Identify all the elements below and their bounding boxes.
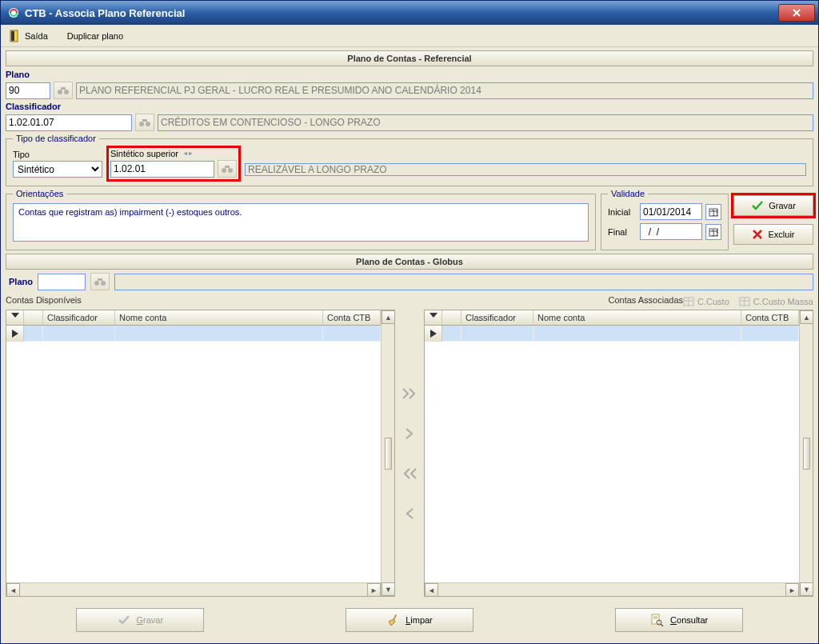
globus-plano-input[interactable] xyxy=(38,274,86,290)
col-nome-conta[interactable]: Nome conta xyxy=(115,310,323,325)
grid-disponiveis-header: Classificador Nome conta Conta CTB xyxy=(6,310,381,326)
svg-point-7 xyxy=(146,122,150,126)
classificador-lookup-button[interactable] xyxy=(135,114,154,131)
vscrollbar[interactable]: ▲ ▼ xyxy=(381,310,394,596)
excluir-button[interactable]: Excluir xyxy=(733,224,813,245)
scroll-up-button[interactable]: ▲ xyxy=(382,310,395,324)
classificador-row: CRÉDITOS EM CONTENCIOSO - LONGO PRAZO xyxy=(6,114,813,131)
tipo-classificador-fieldset: Tipo de classificador Tipo Sintético Sin… xyxy=(6,134,813,186)
check-icon xyxy=(751,200,764,211)
svg-rect-20 xyxy=(98,278,102,281)
grid-associadas-header: Classificador Nome conta Conta CTB xyxy=(425,310,799,326)
classificador-desc: CRÉDITOS EM CONTENCIOSO - LONGO PRAZO xyxy=(158,114,813,131)
col-conta-ctb[interactable]: Conta CTB xyxy=(323,310,381,325)
scroll-left-button[interactable]: ◄ xyxy=(425,583,438,597)
plano-row: PLANO REFERENCIAL PJ GERAL - LUCRO REAL … xyxy=(6,82,813,99)
move-all-left-button[interactable] xyxy=(400,465,419,482)
ccusto-massa-button[interactable]: C.Custo Massa xyxy=(739,297,813,306)
move-left-button[interactable] xyxy=(400,505,419,522)
sintetico-superior-input[interactable] xyxy=(110,161,214,178)
svg-text:15: 15 xyxy=(711,228,718,237)
globus-plano-desc xyxy=(114,274,813,290)
limpar-button[interactable]: Limpar xyxy=(346,608,473,632)
gravar-button[interactable]: Gravar xyxy=(733,195,813,216)
binoculars-icon xyxy=(221,163,234,174)
gravar-bottom-button[interactable]: Gravar xyxy=(76,608,204,632)
consultar-button[interactable]: Consultar xyxy=(615,608,743,632)
menu-saida[interactable]: Saída xyxy=(4,28,53,44)
scrollbar-thumb[interactable] xyxy=(803,438,810,470)
orientacoes-fieldset: Orientações Contas que registram as) imp… xyxy=(6,189,596,250)
move-right-button[interactable] xyxy=(400,425,419,442)
disponiveis-label: Contas Disponíveis xyxy=(6,294,82,306)
svg-rect-28 xyxy=(652,614,659,624)
plano-input[interactable] xyxy=(6,82,50,99)
validade-inicial-input[interactable] xyxy=(640,203,702,220)
table-icon xyxy=(683,297,694,306)
menu-duplicar-label: Duplicar plano xyxy=(67,31,123,41)
associadas-label: Contas Associadas xyxy=(608,294,683,306)
svg-rect-8 xyxy=(142,119,147,122)
move-all-right-button[interactable] xyxy=(400,385,419,402)
sintetico-superior-lookup-button[interactable] xyxy=(218,160,237,178)
globus-plano-lookup-button[interactable] xyxy=(90,273,110,290)
grid-disponiveis-body[interactable] xyxy=(6,326,381,582)
plano-lookup-button[interactable] xyxy=(54,82,73,99)
ccusto-button[interactable]: C.Custo xyxy=(683,297,729,306)
scrollbar-thumb[interactable] xyxy=(385,438,392,470)
svg-point-4 xyxy=(64,90,69,94)
svg-point-18 xyxy=(94,281,99,286)
col-classificador[interactable]: Classificador xyxy=(43,310,115,325)
classificador-input[interactable] xyxy=(6,114,132,131)
binoculars-icon xyxy=(94,276,106,287)
validade-final-input[interactable] xyxy=(640,223,702,240)
col-conta-ctb[interactable]: Conta CTB xyxy=(741,310,799,325)
grid-associadas-body[interactable] xyxy=(425,326,799,582)
calendar-icon: 15 xyxy=(709,227,718,237)
excluir-label: Excluir xyxy=(768,230,794,239)
app-window: CTB - Associa Plano Referencial Saída Du… xyxy=(0,0,819,644)
grid-associadas[interactable]: Classificador Nome conta Conta CTB xyxy=(424,310,813,597)
scroll-down-button[interactable]: ▼ xyxy=(382,582,395,596)
bottom-toolbar: Gravar Limpar Consultar xyxy=(6,600,813,638)
validade-inicial-calendar-button[interactable]: 15 xyxy=(705,204,721,220)
table-row[interactable] xyxy=(6,326,381,342)
double-right-icon xyxy=(402,388,417,399)
globus-plano-row: Plano xyxy=(6,273,813,290)
gravar-bottom-label: Gravar xyxy=(137,615,164,625)
consultar-label: Consultar xyxy=(670,615,708,625)
col-classificador[interactable]: Classificador xyxy=(461,310,533,325)
grid-disponiveis[interactable]: Classificador Nome conta Conta CTB xyxy=(6,310,395,597)
scroll-up-button[interactable]: ▲ xyxy=(800,310,813,324)
menu-duplicar[interactable]: Duplicar plano xyxy=(62,30,128,42)
close-icon xyxy=(791,8,802,18)
x-icon xyxy=(752,229,763,240)
sintetico-superior-desc: REALIZÁVEL A LONGO PRAZO xyxy=(245,163,806,176)
svg-line-32 xyxy=(661,624,663,626)
titlebar: CTB - Associa Plano Referencial xyxy=(1,1,818,25)
grid-disponiveis-panel: Classificador Nome conta Conta CTB xyxy=(6,310,395,597)
sintetico-superior-label: Sintético superior xyxy=(110,149,178,158)
hscrollbar[interactable]: ◄ ► xyxy=(425,582,799,596)
svg-point-19 xyxy=(101,281,106,286)
scroll-right-button[interactable]: ► xyxy=(785,583,799,597)
row-indicator xyxy=(6,326,24,342)
tipo-select[interactable]: Sintético xyxy=(13,161,102,178)
grid-associadas-panel: Classificador Nome conta Conta CTB xyxy=(424,310,813,597)
grids-container: Classificador Nome conta Conta CTB xyxy=(6,310,813,597)
table-row[interactable] xyxy=(425,326,799,342)
hscrollbar[interactable]: ◄ ► xyxy=(6,582,381,596)
vscrollbar[interactable]: ▲ ▼ xyxy=(799,310,813,596)
filter-column-button[interactable] xyxy=(6,310,24,325)
scroll-right-button[interactable]: ► xyxy=(367,583,381,597)
calendar-icon: 15 xyxy=(709,207,718,217)
window-title: CTB - Associa Plano Referencial xyxy=(25,7,778,19)
scroll-left-button[interactable]: ◄ xyxy=(6,583,20,597)
filter-column-button[interactable] xyxy=(425,310,442,325)
col-nome-conta[interactable]: Nome conta xyxy=(533,310,741,325)
validade-final-label: Final xyxy=(608,227,637,237)
validade-final-calendar-button[interactable]: 15 xyxy=(705,224,721,240)
transfer-buttons xyxy=(398,310,421,597)
close-button[interactable] xyxy=(778,4,815,22)
scroll-down-button[interactable]: ▼ xyxy=(800,582,813,596)
